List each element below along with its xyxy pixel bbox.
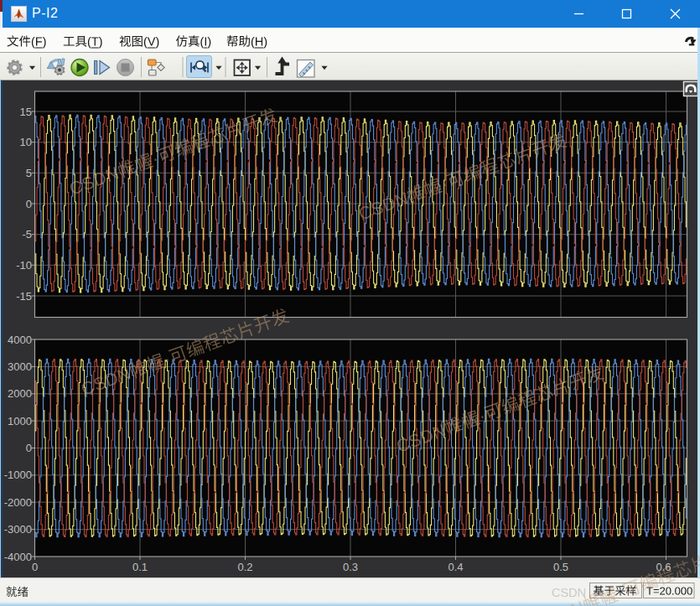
svg-text:0.3: 0.3 [343,561,358,573]
svg-text:5: 5 [26,167,32,179]
svg-text:2000: 2000 [8,387,32,400]
svg-text:4000: 4000 [8,334,32,346]
svg-text:0.5: 0.5 [553,561,568,573]
svg-text:-5: -5 [22,228,32,241]
svg-text:0.2: 0.2 [237,561,252,573]
svg-text:-1000: -1000 [4,469,32,481]
svg-text:-15: -15 [16,290,32,303]
svg-text:0: 0 [32,561,38,573]
svg-text:-10: -10 [16,259,32,272]
svg-text:-2000: -2000 [4,496,32,509]
svg-text:15: 15 [20,106,32,118]
svg-text:1000: 1000 [8,415,32,427]
svg-text:3000: 3000 [8,360,32,373]
svg-text:0.1: 0.1 [132,561,148,573]
svg-text:0: 0 [26,198,32,210]
svg-text:-4000: -4000 [4,551,32,563]
svg-text:0.6: 0.6 [656,561,671,573]
svg-text:-3000: -3000 [4,523,32,536]
svg-text:0.4: 0.4 [448,561,463,573]
svg-text:0: 0 [26,442,32,454]
svg-text:10: 10 [20,136,32,148]
